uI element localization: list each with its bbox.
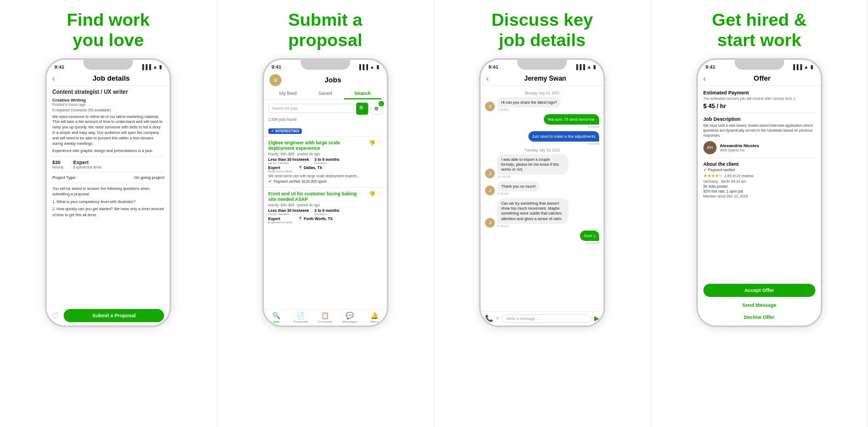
screen1-content: ‹ Job details Content strategist / UX wr… — [47, 72, 170, 325]
payment-sub: The estimated amount you will recieve af… — [703, 97, 815, 101]
msg-bubble-container-1: Hi can you share the latest logo? 7:30AM — [497, 97, 561, 111]
date-2: Tuesday July 16, 2021 — [485, 148, 599, 152]
jobs-posted: 54 Jobs posted — [703, 184, 815, 188]
about-client-title: About the client — [703, 161, 815, 167]
send-button[interactable]: ▶ — [594, 314, 599, 322]
msg-time-4: 10:45AM — [497, 175, 568, 178]
message-placeholder: Write a message ... — [506, 317, 539, 321]
back-button-3[interactable]: ‹ — [486, 74, 489, 83]
nav-alerts[interactable]: 🔔 Alerts — [362, 310, 387, 325]
nav-jobs-label: Jobs — [273, 320, 280, 323]
person-row: AN Alexandria Nicoles Web Sparks Inc — [703, 141, 815, 154]
filter-button[interactable]: ⚙ 1 — [370, 103, 382, 115]
accept-offer-button[interactable]: Accept Offer — [703, 284, 815, 297]
job1-rate: Hourly: $40–$89 · posted 4h ago — [268, 152, 382, 156]
search-box[interactable]: Search for jobs — [268, 104, 354, 113]
screen4-content: ‹ Offer Estimated Payment The estimated … — [698, 72, 821, 325]
job2-title: Front end UI for customer facing baking … — [268, 191, 362, 202]
offer-body: Estimated Payment The estimated amount y… — [698, 86, 821, 243]
job2-location: 📍 Forth Worth, TX — [298, 217, 333, 224]
job1-desc: We need some one with large scale deploy… — [268, 174, 382, 178]
verified-check-icon: ✔ — [703, 168, 707, 172]
panel2-title: Submit a proposal — [288, 10, 362, 50]
jobs-nav-icon: 🔍 — [272, 312, 280, 319]
add-icon[interactable]: + — [495, 314, 499, 322]
question-1: 1. What is your competency level with Il… — [52, 199, 164, 205]
connects-info: 6 required Connects (50 available) — [52, 108, 164, 112]
wifi-icon: ▲ — [153, 64, 157, 70]
panel4-title: Get hired & start work — [712, 10, 807, 50]
hourly-label: Hourly — [52, 165, 63, 169]
search-button[interactable]: 🔍 — [356, 103, 368, 115]
job-card-2[interactable]: Front end UI for customer facing baking … — [264, 187, 387, 228]
favorite-button[interactable]: ♡ — [52, 311, 59, 320]
job-meta-row: $30 Hourly Expert Experience level — [52, 160, 164, 169]
battery-icon-3: ▮ — [593, 64, 596, 70]
phone-notch-1 — [83, 60, 133, 70]
like-icon-2[interactable]: ♡ — [377, 191, 382, 197]
job1-location: 📍 Dallas, TX — [298, 166, 322, 173]
send-message-button[interactable]: Send Message — [703, 300, 815, 310]
interesting-tag: ✓ INTERESTING — [268, 128, 302, 134]
tab-saved[interactable]: Saved — [307, 88, 344, 99]
person-avatar: AN — [703, 141, 717, 154]
screen2-header: U Jobs — [264, 72, 387, 88]
job1-title: Zigbee engineer with large scale deploym… — [268, 140, 362, 151]
screen1-body: Content strategist / UX writer Creative … — [47, 86, 170, 223]
nav-messages[interactable]: 💬 Messages — [337, 310, 362, 325]
dislike-icon-2[interactable]: 👎 — [369, 191, 375, 197]
bottom-nav: 🔍 Jobs 📄 Proposals 📋 Contracts 💬 Message… — [264, 309, 387, 325]
panel-discuss: Discuss key job details 9:41 ▐▐▐ ▲ ▮ ‹ J… — [434, 0, 651, 427]
phone-4: 9:41 ▐▐▐ ▲ ▮ ‹ Offer Estimated Payment T… — [696, 58, 822, 327]
dislike-icon-1[interactable]: 👎 — [369, 140, 375, 146]
rating: 4.99 of 23 reviews — [724, 174, 753, 178]
nav-proposals[interactable]: 📄 Proposals — [289, 310, 313, 325]
status-time-4: 9:41 — [706, 64, 715, 70]
battery-icon: ▮ — [159, 64, 162, 70]
decline-offer-button[interactable]: Decline Offer — [703, 312, 815, 322]
location: Germany Berlin 04:24 am — [703, 179, 815, 183]
msg-bubble-5: Thank you so much! — [497, 181, 539, 192]
msg-bubble-container-4: I was able to export a couple formats, p… — [497, 154, 568, 178]
signal-icon-2: ▐▐▐ — [358, 64, 368, 70]
tab-search[interactable]: Search — [344, 88, 381, 99]
msg-bubble-2: Yea sure, I'll send tomorrow. — [544, 114, 599, 125]
job2-duration: 3 to 6 months Duration — [314, 209, 340, 216]
nav-contracts[interactable]: 📋 Contracts — [313, 310, 337, 325]
wifi-icon-4: ▲ — [804, 64, 809, 70]
nav-jobs[interactable]: 🔍 Jobs — [264, 310, 289, 325]
msg-avatar-6: J — [485, 218, 495, 228]
panel1-title: Find work you love — [67, 10, 150, 50]
person-company: Web Sparks Inc — [720, 148, 759, 152]
back-button-1[interactable]: ‹ — [52, 74, 55, 83]
screen1-footer: ♡ Submit a Proposal — [47, 305, 170, 325]
job-desc-text: We have built a web-based, Avatar-based … — [703, 123, 815, 138]
message-3: Just need to make a few adjustments 8:45… — [485, 131, 599, 145]
status-icons-3: ▐▐▐ ▲ ▮ — [574, 64, 596, 70]
panel-find-work: Find work you love 9:41 ▐▐▐ ▲ ▮ ‹ Job de… — [0, 0, 217, 427]
job2-hours: Less than 30 hrs/week Hours needed — [268, 209, 309, 216]
msg-time-1: 7:30AM — [497, 108, 561, 111]
tab-my-feed[interactable]: My feed — [269, 88, 307, 99]
screen1-header: ‹ Job details — [47, 72, 170, 86]
user-avatar: U — [269, 74, 281, 86]
job-card-1[interactable]: Zigbee engineer with large scale deploym… — [264, 136, 387, 187]
search-row: Search for jobs 🔍 ⚙ 1 — [264, 100, 387, 117]
job1-icons: 👎 ♡ — [369, 140, 382, 146]
member-since: Member since Dec 10, 2018 — [703, 194, 815, 198]
msg-bubble-container-6: Can we try something that doesn't show t… — [497, 198, 568, 227]
status-icons-4: ▐▐▐ ▲ ▮ — [792, 64, 813, 70]
date-1: Monday July 15, 2021 — [485, 91, 599, 95]
job-title: Content strategist / UX writer — [52, 89, 164, 95]
message-4: J I was able to export a couple formats,… — [485, 154, 599, 178]
rating-row: ★★★★½ 4.99 of 23 reviews — [703, 173, 815, 178]
battery-icon-2: ▮ — [376, 64, 379, 70]
back-button-4[interactable]: ‹ — [703, 74, 706, 83]
message-input[interactable]: Write a message ... — [501, 314, 592, 323]
like-icon-1[interactable]: ♡ — [377, 140, 382, 146]
posted-time: Posted 4 hours ago — [52, 103, 164, 106]
alerts-nav-icon: 🔔 — [370, 312, 379, 319]
nav-contracts-label: Contracts — [318, 320, 332, 323]
submit-proposal-button[interactable]: Submit a Proposal — [64, 309, 164, 322]
chat-body: Monday July 15, 2021 J Hi can you share … — [481, 86, 604, 251]
